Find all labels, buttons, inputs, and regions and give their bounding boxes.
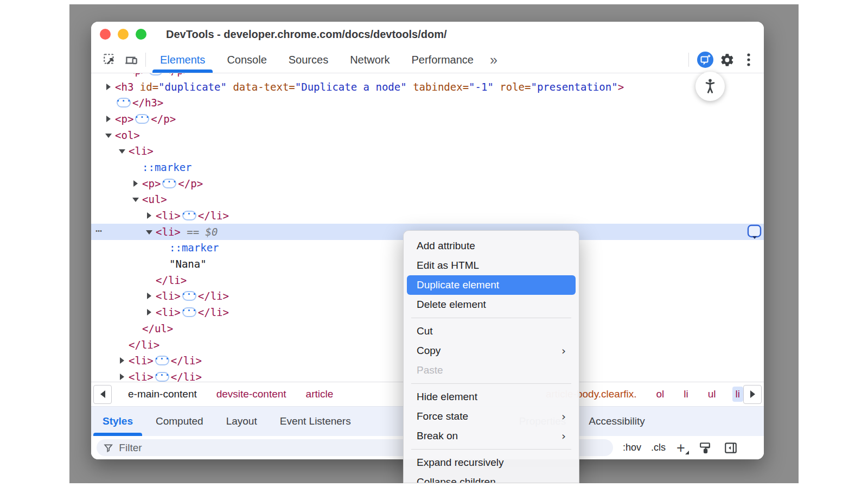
dom-tree-row[interactable]: <li></li>: [91, 207, 764, 224]
collapsed-content-icon[interactable]: [135, 114, 149, 124]
menu-item-force-state[interactable]: Force state›: [407, 407, 576, 426]
menu-item-label: Collapse children: [417, 476, 496, 483]
menu-item-label: Duplicate element: [417, 279, 499, 291]
context-menu: Add attributeEdit as HTMLDuplicate eleme…: [403, 230, 579, 483]
collapsed-content-icon[interactable]: [149, 73, 163, 75]
dom-tree-row[interactable]: <h3 id="duplicate" data-text="Duplicate …: [91, 79, 764, 95]
dom-token-tag: </li>: [156, 274, 187, 286]
menu-item-duplicate-element[interactable]: Duplicate element: [407, 275, 576, 295]
dom-token-tag: </li>: [198, 306, 229, 318]
tab-styles[interactable]: Styles: [91, 407, 144, 436]
ai-assistance-icon[interactable]: [694, 51, 716, 68]
breadcrumb-scroll-left-button[interactable]: [93, 385, 112, 404]
inspect-element-icon[interactable]: [99, 47, 120, 73]
menu-item-label: Break on: [417, 430, 458, 442]
dom-tree-row[interactable]: <p></p>: [91, 111, 764, 127]
dom-token-tag: </p>: [164, 73, 189, 77]
dom-token-tag: </li>: [198, 290, 229, 302]
dom-token-tag: <li>: [129, 371, 154, 382]
breadcrumb-scroll-right-button[interactable]: [743, 385, 762, 404]
menu-item-expand-recursively[interactable]: Expand recursively: [407, 453, 576, 472]
devtools-toolbar: ElementsConsoleSourcesNetworkPerformance…: [91, 47, 764, 73]
toggle-element-state-button[interactable]: :hov: [623, 442, 641, 453]
breadcrumb-item-devsite-content[interactable]: devsite-content: [213, 387, 290, 402]
menu-item-label: Delete element: [417, 299, 486, 311]
menu-item-label: Paste: [417, 364, 443, 376]
breadcrumb-item-article[interactable]: article: [303, 387, 337, 402]
submenu-chevron-icon: ›: [561, 344, 566, 357]
dom-token-text: "Nana": [169, 258, 207, 270]
menu-item-cut[interactable]: Cut: [407, 321, 576, 341]
dom-token-tag: <li>: [129, 145, 154, 157]
tab-elements[interactable]: Elements: [149, 47, 216, 73]
tab-layout[interactable]: Layout: [215, 407, 269, 436]
new-style-rule-button[interactable]: +: [676, 443, 685, 453]
close-window-button[interactable]: [100, 29, 111, 40]
dom-token-tag: </p>: [151, 113, 176, 125]
dom-tree-row[interactable]: <ol>: [91, 127, 764, 143]
dom-token-tag: <li>: [156, 290, 181, 302]
collapsed-content-icon[interactable]: [162, 179, 176, 188]
tab-network[interactable]: Network: [339, 47, 400, 73]
dom-token-tag: >: [618, 81, 624, 93]
element-classes-button[interactable]: .cls: [651, 442, 666, 453]
dom-tree-row[interactable]: ::marker: [91, 159, 764, 175]
menu-separator: [411, 318, 571, 318]
dom-tree-row[interactable]: <ul>: [91, 192, 764, 208]
tab-performance[interactable]: Performance: [401, 47, 485, 73]
menu-item-label: Edit as HTML: [417, 260, 479, 271]
breadcrumb-item-ol[interactable]: ol: [653, 387, 668, 402]
minimize-window-button[interactable]: [118, 29, 129, 40]
collapsed-content-icon[interactable]: [182, 291, 196, 301]
toggle-sidebar-icon[interactable]: [724, 441, 738, 455]
menu-item-collapse-children[interactable]: Collapse children: [407, 472, 576, 483]
breadcrumb-item-li[interactable]: li: [732, 387, 743, 402]
collapsed-content-icon[interactable]: [155, 356, 169, 365]
collapsed-content-icon[interactable]: [117, 98, 131, 108]
collapsed-content-icon[interactable]: [182, 211, 196, 220]
ask-ai-row-badge-icon[interactable]: [746, 224, 762, 239]
submenu-chevron-icon: ›: [561, 429, 566, 443]
toolbar-tabs: ElementsConsoleSourcesNetworkPerformance: [149, 47, 484, 73]
kebab-menu-icon[interactable]: [738, 53, 760, 67]
breadcrumb-item-ul[interactable]: ul: [705, 387, 719, 402]
menu-item-label: Force state: [417, 410, 468, 422]
menu-item-hide-element[interactable]: Hide element: [407, 387, 576, 407]
menu-item-copy[interactable]: Copy›: [407, 341, 576, 361]
dom-tree-row[interactable]: <p></p>: [91, 73, 764, 79]
tab-console[interactable]: Console: [216, 47, 277, 73]
dom-token-tag: <li>: [156, 306, 181, 318]
dom-token-tag: </p>: [178, 178, 203, 189]
rendering-emulation-icon[interactable]: [698, 441, 712, 454]
dom-tree-row[interactable]: <li>: [91, 143, 764, 159]
zoom-window-button[interactable]: [136, 29, 146, 40]
dom-token-tag: </li>: [171, 355, 202, 366]
settings-gear-icon[interactable]: [716, 53, 738, 67]
dom-tree-row[interactable]: <p></p>: [91, 175, 764, 192]
window-title: DevTools - developer.chrome.com/docs/dev…: [166, 28, 447, 41]
toolbar-right-divider: [688, 53, 689, 67]
breadcrumb-item-li[interactable]: li: [680, 387, 691, 402]
tab-sources[interactable]: Sources: [278, 47, 339, 73]
tab-accessibility[interactable]: Accessibility: [577, 407, 656, 436]
page-accessibility-widget[interactable]: [695, 72, 725, 101]
menu-item-delete-element[interactable]: Delete element: [407, 295, 576, 314]
submenu-chevron-icon: ›: [561, 410, 566, 423]
row-overflow-dots-icon[interactable]: ⋯: [95, 224, 103, 237]
dom-token-tag: </h3>: [132, 97, 163, 109]
filter-funnel-icon: [103, 443, 113, 453]
menu-item-edit-as-html[interactable]: Edit as HTML: [407, 256, 576, 275]
dom-token-tag: <p>: [115, 113, 133, 125]
tab-computed[interactable]: Computed: [144, 407, 215, 436]
dom-token-attr: role=: [494, 81, 531, 93]
more-tabs-icon[interactable]: »: [484, 47, 502, 73]
dom-tree-row[interactable]: </h3>: [91, 94, 764, 111]
breadcrumb-item-e-main-content[interactable]: e-main-content: [125, 387, 200, 402]
collapsed-content-icon[interactable]: [155, 372, 169, 382]
menu-item-add-attribute[interactable]: Add attribute: [407, 236, 576, 256]
dom-token-tag: </li>: [198, 210, 229, 222]
device-toolbar-icon[interactable]: [120, 47, 142, 73]
tab-event-listeners[interactable]: Event Listeners: [269, 407, 362, 436]
collapsed-content-icon[interactable]: [182, 307, 196, 317]
menu-item-break-on[interactable]: Break on›: [407, 426, 576, 446]
